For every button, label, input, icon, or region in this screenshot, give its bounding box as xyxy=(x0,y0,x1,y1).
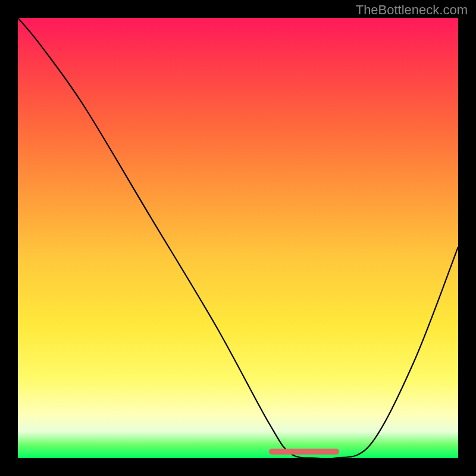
watermark-text: TheBottleneck.com xyxy=(356,2,468,18)
bottleneck-curve xyxy=(18,18,458,458)
optimal-range-marker xyxy=(269,449,339,455)
chart-plot-area xyxy=(18,18,458,458)
